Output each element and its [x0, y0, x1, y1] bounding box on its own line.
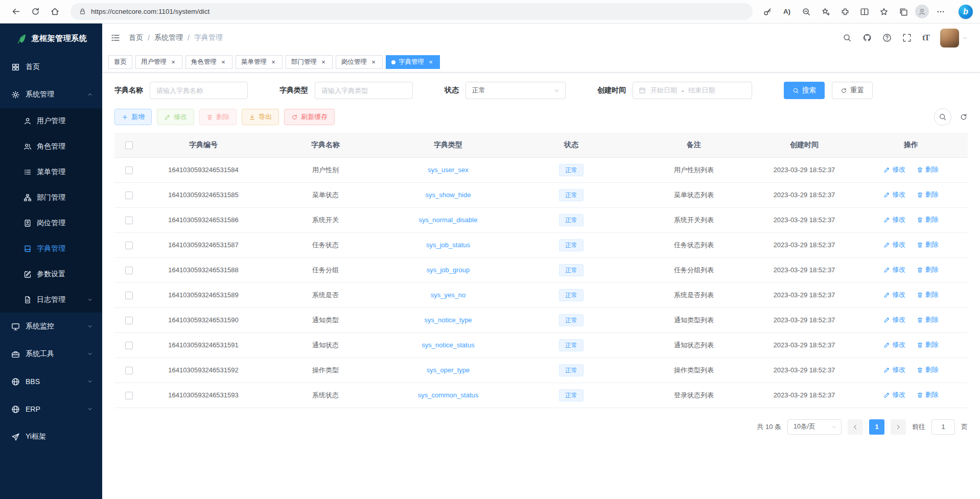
tab-home[interactable]: 首页	[108, 55, 132, 69]
dict-type-link[interactable]: sys_job_status	[426, 241, 470, 249]
show-search-icon[interactable]	[934, 108, 951, 126]
prev-page-button[interactable]	[848, 419, 863, 435]
close-icon[interactable]: ×	[320, 59, 327, 66]
export-button[interactable]: 导出	[242, 109, 279, 125]
row-checkbox[interactable]	[125, 367, 133, 374]
row-edit-button[interactable]: 修改	[883, 290, 905, 299]
row-delete-button[interactable]: 删除	[917, 290, 939, 299]
refresh-cache-button[interactable]: 刷新缓存	[284, 109, 335, 125]
browser-menu-icon[interactable]	[933, 4, 948, 19]
row-edit-button[interactable]: 修改	[883, 215, 905, 224]
close-icon[interactable]: ×	[427, 59, 434, 66]
page-goto-input[interactable]	[931, 419, 955, 435]
extensions-icon[interactable]	[837, 4, 853, 19]
read-aloud-icon[interactable]: A)	[779, 4, 795, 19]
search-icon[interactable]	[843, 33, 852, 42]
tab-users[interactable]: 用户管理×	[135, 55, 182, 69]
row-delete-button[interactable]: 删除	[917, 390, 939, 399]
sidebar-item-departments[interactable]: 部门管理	[0, 185, 102, 210]
row-checkbox[interactable]	[125, 242, 133, 249]
refresh-table-icon[interactable]	[960, 113, 968, 121]
search-button[interactable]: 搜索	[784, 82, 825, 99]
select-all-checkbox[interactable]	[125, 141, 133, 149]
sidebar-item-bbs[interactable]: BBS	[0, 368, 102, 395]
sidebar-item-menus[interactable]: 菜单管理	[0, 159, 102, 185]
sidebar-item-posts[interactable]: 岗位管理	[0, 210, 102, 236]
row-delete-button[interactable]: 删除	[917, 190, 939, 199]
row-edit-button[interactable]: 修改	[883, 240, 905, 249]
dict-type-link[interactable]: sys_notice_status	[422, 341, 474, 349]
collections-icon[interactable]	[896, 4, 911, 19]
sidebar-item-system[interactable]: 系统管理	[0, 81, 102, 108]
reset-button[interactable]: 重置	[832, 82, 873, 99]
dict-type-link[interactable]: sys_normal_disable	[419, 216, 478, 224]
page-number-current[interactable]: 1	[869, 419, 884, 435]
browser-refresh-button[interactable]	[27, 3, 44, 20]
zoom-out-icon[interactable]	[799, 4, 814, 19]
dict-type-link[interactable]: sys_yes_no	[431, 291, 466, 299]
bing-button[interactable]: b	[959, 5, 973, 19]
sidebar-item-framework[interactable]: Yi框架	[0, 423, 102, 450]
row-checkbox[interactable]	[125, 267, 133, 274]
fullscreen-icon[interactable]	[902, 33, 912, 42]
page-size-select[interactable]: 10条/页	[787, 419, 842, 435]
row-delete-button[interactable]: 删除	[917, 340, 939, 349]
row-checkbox[interactable]	[125, 192, 133, 199]
status-select[interactable]: 正常	[465, 82, 566, 99]
browser-profile-avatar[interactable]	[915, 5, 929, 18]
address-bar[interactable]: https://ccnetcore.com:1101/system/dict	[71, 3, 753, 20]
edit-button[interactable]: 修改	[157, 109, 194, 125]
sidebar-item-erp[interactable]: ERP	[0, 395, 102, 423]
tab-posts[interactable]: 岗位管理×	[336, 55, 383, 69]
row-edit-button[interactable]: 修改	[883, 190, 905, 199]
row-delete-button[interactable]: 删除	[917, 365, 939, 374]
next-page-button[interactable]	[891, 419, 906, 435]
dict-type-link[interactable]: sys_show_hide	[426, 191, 471, 199]
delete-button[interactable]: 删除	[199, 109, 237, 125]
tab-departments[interactable]: 部门管理×	[286, 55, 333, 69]
date-range-picker[interactable]: 开始日期 - 结束日期	[633, 82, 752, 99]
dict-type-input[interactable]	[315, 82, 413, 99]
close-icon[interactable]: ×	[370, 59, 377, 66]
row-checkbox[interactable]	[125, 217, 133, 224]
browser-back-button[interactable]	[7, 3, 25, 20]
row-checkbox[interactable]	[125, 292, 133, 299]
sidebar-item-logs[interactable]: 日志管理	[0, 287, 102, 313]
row-edit-button[interactable]: 修改	[883, 365, 905, 374]
dict-type-link[interactable]: sys_job_group	[427, 266, 470, 274]
favorites-icon[interactable]	[876, 4, 892, 19]
row-checkbox[interactable]	[125, 392, 133, 399]
dict-type-link[interactable]: sys_common_status	[418, 391, 479, 399]
tab-roles[interactable]: 角色管理×	[185, 55, 232, 69]
font-size-icon[interactable]: tT	[922, 33, 929, 42]
help-icon[interactable]	[882, 33, 892, 42]
tab-dict[interactable]: 字典管理×	[386, 55, 440, 69]
row-checkbox[interactable]	[125, 317, 133, 324]
row-checkbox[interactable]	[125, 342, 133, 349]
sidebar-item-home[interactable]: 首页	[0, 53, 102, 81]
user-menu[interactable]	[940, 29, 968, 47]
row-delete-button[interactable]: 删除	[917, 165, 939, 174]
sidebar-item-dict[interactable]: 字典管理	[0, 236, 102, 262]
breadcrumb-home[interactable]: 首页	[129, 33, 143, 42]
sidebar-toggle-icon[interactable]	[110, 33, 121, 43]
add-button[interactable]: 新增	[114, 109, 152, 125]
dict-type-link[interactable]: sys_notice_type	[424, 316, 472, 324]
browser-home-button[interactable]	[46, 3, 63, 20]
row-delete-button[interactable]: 删除	[917, 215, 939, 224]
row-edit-button[interactable]: 修改	[883, 390, 905, 399]
tab-menus[interactable]: 菜单管理×	[236, 55, 283, 69]
sidebar-item-tools[interactable]: 系统工具	[0, 340, 102, 368]
github-icon[interactable]	[862, 33, 872, 42]
row-delete-button[interactable]: 删除	[917, 240, 939, 249]
row-edit-button[interactable]: 修改	[883, 315, 905, 324]
row-delete-button[interactable]: 删除	[917, 315, 939, 324]
dict-type-link[interactable]: sys_oper_type	[427, 366, 470, 374]
close-icon[interactable]: ×	[220, 59, 227, 66]
sidebar-item-params[interactable]: 参数设置	[0, 262, 102, 287]
dict-type-link[interactable]: sys_user_sex	[428, 166, 468, 174]
split-screen-icon[interactable]	[857, 4, 872, 19]
row-delete-button[interactable]: 删除	[917, 265, 939, 274]
password-icon[interactable]	[760, 4, 775, 19]
close-icon[interactable]: ×	[270, 59, 277, 66]
